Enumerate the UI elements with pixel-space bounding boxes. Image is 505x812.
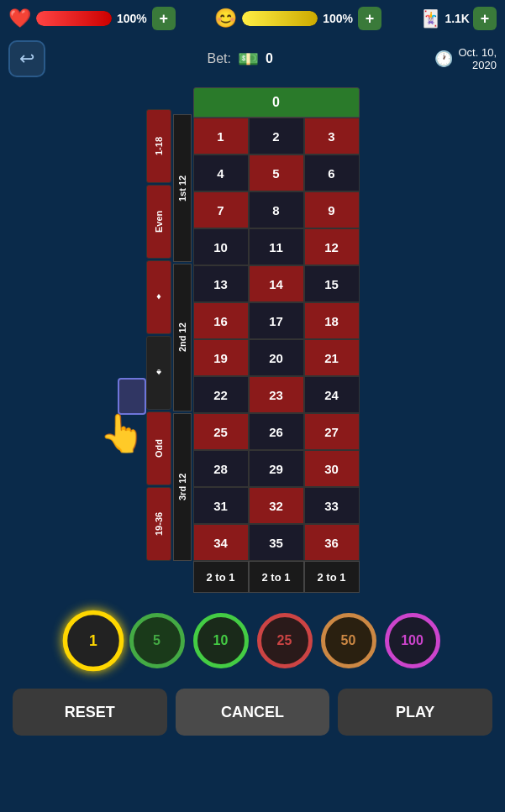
number-cell-15[interactable]: 15 <box>304 265 360 302</box>
chip-100[interactable]: 100 <box>385 613 440 668</box>
health-bar-bg <box>36 11 112 26</box>
number-cell-24[interactable]: 24 <box>304 376 360 413</box>
number-cell-13[interactable]: 13 <box>193 265 249 302</box>
smiley-group: 😊 100% + <box>214 7 381 30</box>
number-cell-3[interactable]: 3 <box>304 118 360 155</box>
dozen-3rd-label[interactable]: 3rd 12 <box>173 413 192 561</box>
coins-area: 🃏 1.1K + <box>420 7 497 30</box>
number-cell-4[interactable]: 4 <box>193 155 249 191</box>
bet-value: 0 <box>266 51 273 66</box>
mood-percent: 100% <box>323 12 353 25</box>
main-table: 0 12345678910111213141516171819202122232… <box>193 87 360 593</box>
chip-tray: 1 5 10 25 50 100 <box>0 601 505 680</box>
health-group: ❤️ 100% + <box>8 7 176 30</box>
side-labels-left: 1-18 Even ♦ ♠ Odd 19-36 <box>146 87 171 593</box>
mood-bar-fill <box>242 11 318 26</box>
roulette-wrap: 1-18 Even ♦ ♠ Odd 19-36 1st 12 2nd 12 3r… <box>146 87 360 593</box>
label-odd[interactable]: Odd <box>146 411 171 485</box>
date-text: Oct. 10,2020 <box>458 46 497 71</box>
dozen-2nd-label[interactable]: 2nd 12 <box>173 264 192 411</box>
mood-bar-bg <box>242 11 318 26</box>
number-cell-1[interactable]: 1 <box>193 118 249 155</box>
number-grid: 1234567891011121314151617181920212223242… <box>193 118 360 561</box>
number-cell-10[interactable]: 10 <box>193 228 249 265</box>
number-cell-35[interactable]: 35 <box>249 524 304 561</box>
smiley-icon: 😊 <box>214 8 237 29</box>
reset-button[interactable]: RESET <box>13 689 167 736</box>
health-plus-button[interactable]: + <box>152 7 176 30</box>
number-cell-30[interactable]: 30 <box>304 450 360 487</box>
number-cell-19[interactable]: 19 <box>193 339 249 376</box>
number-cell-25[interactable]: 25 <box>193 413 249 450</box>
number-cell-18[interactable]: 18 <box>304 302 360 339</box>
label-1-18[interactable]: 1-18 <box>146 109 171 183</box>
selected-chip-overlay <box>118 378 146 415</box>
coins-plus-button[interactable]: + <box>473 7 497 30</box>
back-button[interactable]: ↩ <box>8 40 45 77</box>
health-bar-fill <box>36 11 112 26</box>
number-cell-21[interactable]: 21 <box>304 339 360 376</box>
number-cell-33[interactable]: 33 <box>304 487 360 524</box>
chip-1[interactable]: 1 <box>62 610 124 672</box>
number-cell-29[interactable]: 29 <box>249 450 304 487</box>
chip-50[interactable]: 50 <box>321 613 376 668</box>
play-button[interactable]: PLAY <box>338 689 492 736</box>
label-19-36[interactable]: 19-36 <box>146 487 171 561</box>
roulette-table-container: 1-18 Even ♦ ♠ Odd 19-36 1st 12 2nd 12 3r… <box>0 87 505 593</box>
heart-icon: ❤️ <box>8 8 31 29</box>
cancel-button[interactable]: CANCEL <box>176 689 330 736</box>
number-cell-32[interactable]: 32 <box>249 487 304 524</box>
two-to-one-row: 2 to 1 2 to 1 2 to 1 <box>193 561 360 593</box>
number-cell-20[interactable]: 20 <box>249 339 304 376</box>
number-cell-6[interactable]: 6 <box>304 155 360 191</box>
dozen-labels: 1st 12 2nd 12 3rd 12 <box>173 87 192 593</box>
number-cell-36[interactable]: 36 <box>304 524 360 561</box>
mood-plus-button[interactable]: + <box>358 7 381 30</box>
chip-5[interactable]: 5 <box>129 613 185 668</box>
bet-area: Bet: 💵 0 <box>208 49 273 69</box>
number-cell-9[interactable]: 9 <box>304 191 360 228</box>
number-cell-2[interactable]: 2 <box>249 118 304 155</box>
clock-icon: 🕐 <box>434 50 453 68</box>
twotoone-col1[interactable]: 2 to 1 <box>193 561 249 593</box>
zero-cell[interactable]: 0 <box>193 87 360 118</box>
number-cell-31[interactable]: 31 <box>193 487 249 524</box>
twotoone-col3[interactable]: 2 to 1 <box>304 561 360 593</box>
number-cell-17[interactable]: 17 <box>249 302 304 339</box>
label-red[interactable]: ♦ <box>146 260 171 334</box>
number-cell-12[interactable]: 12 <box>304 228 360 265</box>
number-cell-28[interactable]: 28 <box>193 450 249 487</box>
health-percent: 100% <box>117 12 147 25</box>
number-cell-27[interactable]: 27 <box>304 413 360 450</box>
number-cell-16[interactable]: 16 <box>193 302 249 339</box>
number-cell-26[interactable]: 26 <box>249 413 304 450</box>
money-icon: 💵 <box>238 49 259 69</box>
number-cell-14[interactable]: 14 <box>249 265 304 302</box>
number-cell-8[interactable]: 8 <box>249 191 304 228</box>
number-cell-23[interactable]: 23 <box>249 376 304 413</box>
bottom-buttons: RESET CANCEL PLAY <box>0 680 505 744</box>
middle-bar: ↩ Bet: 💵 0 🕐 Oct. 10,2020 <box>0 37 505 81</box>
number-cell-11[interactable]: 11 <box>249 228 304 265</box>
chip-10[interactable]: 10 <box>193 613 249 668</box>
number-cell-34[interactable]: 34 <box>193 524 249 561</box>
coins-value: 1.1K <box>445 12 470 25</box>
top-bar: ❤️ 100% + 😊 100% + 🃏 1.1K + <box>0 0 505 37</box>
number-cell-7[interactable]: 7 <box>193 191 249 228</box>
chip-25[interactable]: 25 <box>257 613 313 668</box>
number-cell-5[interactable]: 5 <box>249 155 304 191</box>
dozen-1st-label[interactable]: 1st 12 <box>173 114 192 262</box>
twotoone-col2[interactable]: 2 to 1 <box>249 561 304 593</box>
number-cell-22[interactable]: 22 <box>193 376 249 413</box>
label-black[interactable]: ♠ <box>146 336 171 410</box>
label-even[interactable]: Even <box>146 185 171 259</box>
date-area: 🕐 Oct. 10,2020 <box>434 46 497 71</box>
bet-label: Bet: <box>208 51 231 66</box>
cards-icon: 🃏 <box>420 8 441 29</box>
